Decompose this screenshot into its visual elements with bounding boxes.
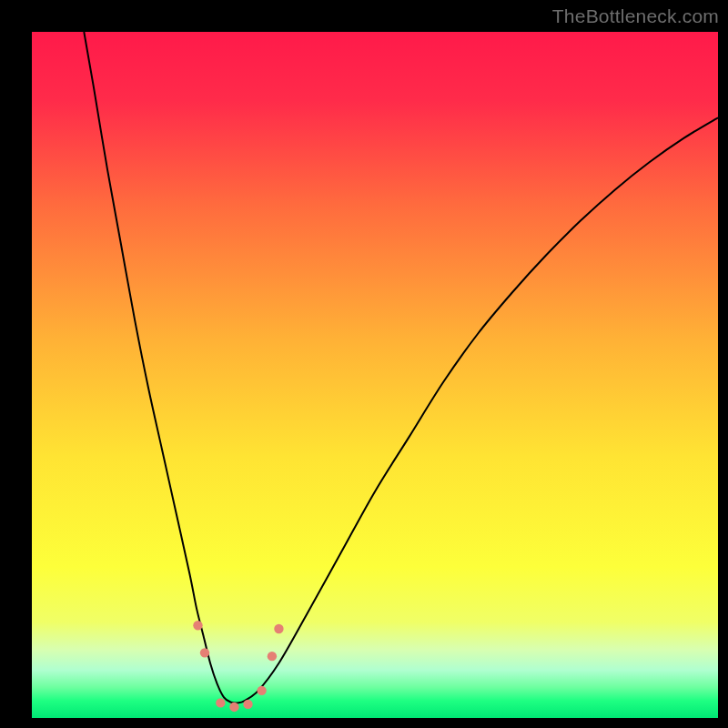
plot-area	[32, 32, 718, 718]
data-marker	[193, 621, 202, 630]
data-marker	[216, 698, 225, 707]
data-marker	[243, 700, 252, 709]
data-markers	[193, 621, 283, 712]
data-marker	[229, 703, 238, 712]
curve-layer	[32, 32, 718, 718]
chart-frame: TheBottleneck.com	[0, 0, 728, 728]
data-marker	[200, 648, 209, 657]
data-marker	[274, 624, 283, 633]
data-marker	[257, 686, 266, 695]
data-marker	[268, 652, 277, 661]
bottleneck-curve	[84, 32, 718, 703]
watermark-text: TheBottleneck.com	[552, 5, 719, 27]
